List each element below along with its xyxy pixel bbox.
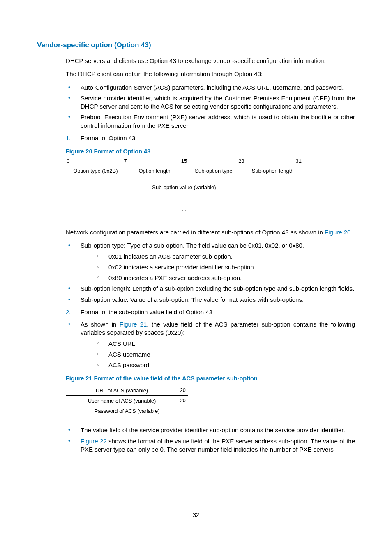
numbered-list: 2. Format of the sub-option value field … — [66, 308, 355, 316]
list-item: The value field of the service provider … — [66, 426, 355, 434]
packet-cell: 20 — [178, 385, 188, 395]
list-text: Format of the sub-option value field of … — [81, 308, 212, 315]
list-item: Figure 22 shows the format of the value … — [66, 437, 355, 454]
bullet-list: The value field of the service provider … — [66, 426, 355, 454]
packet-cell: ... — [66, 198, 302, 220]
sub-list: ACS URL, ACS username ACS password — [95, 340, 355, 370]
list-text: Format of Option 43 — [81, 134, 135, 141]
text-run: As shown in — [81, 321, 120, 328]
figure-link[interactable]: Figure 22 — [81, 438, 107, 445]
scale-tick: 7 — [124, 158, 181, 164]
page: Vendor-specific option (Option 43) DHCP … — [0, 0, 392, 533]
figure-21-diagram: URL of ACS (variable) 20 User name of AC… — [66, 385, 188, 416]
scale-tick: 23 — [238, 158, 295, 164]
packet-row: Option type (0x2B) Option length Sub-opt… — [66, 165, 302, 176]
section-heading: Vendor-specific option (Option 43) — [37, 41, 355, 49]
list-item: 0x01 indicates an ACS parameter sub-opti… — [95, 253, 355, 261]
packet-cell: Sub-option type — [184, 165, 244, 176]
packet-cell: URL of ACS (variable) — [66, 385, 178, 395]
list-item: 2. Format of the sub-option value field … — [66, 308, 355, 316]
list-item: 1. Format of Option 43 — [66, 134, 355, 142]
paragraph: Network configuration parameters are car… — [66, 228, 355, 236]
bullet-list: Sub-option type: Type of a sub-option. T… — [66, 241, 355, 304]
list-item: As shown in Figure 21, the value field o… — [66, 320, 355, 369]
page-number: 32 — [0, 512, 392, 518]
paragraph: DHCP servers and clients use Option 43 t… — [66, 57, 355, 65]
list-item: 0x02 indicates a service provider identi… — [95, 263, 355, 271]
list-item: Sub-option length: Length of a sub-optio… — [66, 285, 355, 293]
packet-cell: User name of ACS (variable) — [66, 396, 178, 406]
packet-cell: 20 — [178, 396, 188, 406]
packet-row: Password of ACS (variable) — [66, 406, 188, 416]
packet-cell: Sub-option value (variable) — [66, 176, 302, 198]
list-number: 2. — [66, 308, 71, 316]
scale-tick: 31 — [296, 158, 302, 164]
text-run: . — [350, 229, 352, 236]
list-item: ACS password — [95, 361, 355, 369]
packet-cell: Option type (0x2B) — [66, 165, 125, 176]
scale-tick: 15 — [181, 158, 238, 164]
text-run: shows the format of the value field of t… — [81, 438, 355, 453]
packet-box: Option type (0x2B) Option length Sub-opt… — [66, 165, 302, 220]
numbered-list: 1. Format of Option 43 — [66, 134, 355, 142]
list-item: Auto-Configuration Server (ACS) paramete… — [66, 83, 355, 92]
list-number: 1. — [66, 134, 71, 142]
packet-row: User name of ACS (variable) 20 — [66, 396, 188, 406]
packet-row: URL of ACS (variable) 20 — [66, 385, 188, 396]
figure-20-diagram: 0 7 15 23 31 Option type (0x2B) Option l… — [66, 158, 302, 220]
text-run: Network configuration parameters are car… — [66, 229, 325, 236]
bit-scale: 0 7 15 23 31 — [66, 158, 302, 164]
list-item: Sub-option type: Type of a sub-option. T… — [66, 241, 355, 282]
packet-cell: Option length — [125, 165, 184, 176]
scale-tick: 0 — [67, 158, 124, 164]
list-item: Service provider identifier, which is ac… — [66, 94, 355, 111]
bullet-list: As shown in Figure 21, the value field o… — [66, 320, 355, 369]
paragraph: The DHCP client can obtain the following… — [66, 70, 355, 78]
list-item: ACS username — [95, 350, 355, 359]
list-item: Sub-option value: Value of a sub-option.… — [66, 296, 355, 304]
packet-cell: Password of ACS (variable) — [66, 406, 188, 416]
list-item: Preboot Execution Environment (PXE) serv… — [66, 113, 355, 130]
list-item: 0x80 indicates a PXE server address sub-… — [95, 274, 355, 282]
body-content: DHCP servers and clients use Option 43 t… — [66, 57, 355, 454]
sub-list: 0x01 indicates an ACS parameter sub-opti… — [95, 253, 355, 283]
bullet-list: Auto-Configuration Server (ACS) paramete… — [66, 83, 355, 130]
figure-link[interactable]: Figure 20 — [325, 229, 350, 236]
packet-box: URL of ACS (variable) 20 User name of AC… — [66, 385, 188, 416]
figure-caption: Figure 20 Format of Option 43 — [66, 148, 355, 155]
list-item: ACS URL, — [95, 340, 355, 348]
packet-cell: Sub-option length — [243, 165, 302, 176]
figure-link[interactable]: Figure 21 — [120, 321, 147, 328]
figure-caption: Figure 21 Format of the value field of t… — [66, 375, 355, 382]
list-text: Sub-option type: Type of a sub-option. T… — [81, 242, 304, 249]
